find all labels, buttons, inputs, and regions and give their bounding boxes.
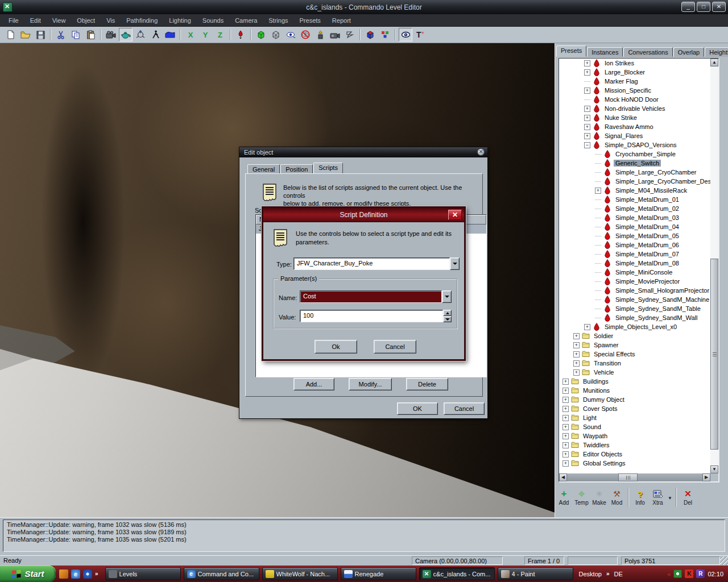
task-renegade[interactable]: Renegade	[341, 567, 416, 580]
menu-report[interactable]: Report	[327, 15, 356, 26]
tree-item-label[interactable]: Cryochamber_Simple	[614, 151, 677, 157]
orbit-button[interactable]	[134, 28, 147, 41]
tree-item-label[interactable]: Simple_M04_MissileRack	[614, 187, 689, 194]
tree-item[interactable]: Mock HoNOD Door	[559, 95, 710, 104]
tree-item[interactable]: +Light	[559, 413, 710, 422]
expand-icon[interactable]: +	[562, 406, 569, 412]
expand-icon[interactable]: +	[584, 60, 590, 66]
tree-item-label[interactable]: Transition	[592, 360, 623, 367]
camera-2-button[interactable]	[328, 28, 342, 41]
mod-preset-button[interactable]: ⚒Mod	[608, 486, 626, 509]
scroll-right-icon[interactable]: ▶	[702, 473, 710, 481]
tree-item[interactable]: +Editor Objects	[559, 450, 710, 459]
hide-eye-button[interactable]	[299, 28, 312, 41]
tree-item-label[interactable]: Munitions	[581, 387, 611, 394]
tree-item[interactable]: +Munitions	[559, 386, 710, 395]
temp-preset-button[interactable]: ❖Temp	[573, 486, 590, 509]
tree-item-label[interactable]: Twiddlers	[581, 442, 611, 448]
menu-strings[interactable]: Strings	[263, 15, 293, 26]
tree-item[interactable]: Marker Flag	[559, 77, 710, 86]
tree-item-label[interactable]: Signal_Flares	[603, 132, 644, 139]
value-input[interactable]: 100	[300, 310, 443, 322]
tree-item-label[interactable]: Simple_MetalDrum_08	[614, 260, 681, 267]
tree-item[interactable]: Simple_MetalDrum_02	[559, 204, 710, 213]
eye-toggle-button[interactable]	[399, 28, 412, 41]
axis-y-button[interactable]: Y	[198, 28, 212, 41]
expand-icon[interactable]: +	[584, 133, 590, 139]
close-dialog-icon[interactable]: ✕	[448, 210, 462, 220]
expand-icon[interactable]: +	[562, 424, 569, 430]
tree-item-label[interactable]: Simple_MetalDrum_04	[614, 223, 681, 230]
value-field[interactable]: 100	[300, 310, 452, 322]
name-dropdown-icon[interactable]	[442, 290, 452, 303]
eye-tray-icon[interactable]	[673, 569, 682, 578]
expand-icon[interactable]: +	[573, 342, 580, 348]
antivirus-tray-icon[interactable]: K	[685, 569, 693, 578]
tree-item[interactable]: +Soldier	[559, 331, 710, 340]
tab-conversations[interactable]: Conversations	[623, 47, 672, 57]
modify-script-button[interactable]: Modify...	[349, 378, 392, 390]
quick-launch-chevron-icon[interactable]: »	[95, 571, 98, 577]
xtra-preset-button[interactable]: Xtra	[649, 486, 667, 509]
menu-camera[interactable]: Camera	[230, 15, 262, 26]
drop-marker-button[interactable]	[234, 28, 247, 41]
tree-item[interactable]: +Sound	[559, 422, 710, 431]
desktop-toolbar-label[interactable]: Desktop	[579, 571, 602, 577]
expand-icon[interactable]: +	[573, 351, 580, 357]
minimize-button[interactable]: _	[681, 2, 695, 12]
tree-item[interactable]: +Raveshaw Ammo	[559, 122, 710, 131]
terrain-button[interactable]	[163, 28, 177, 41]
messenger-tray-icon[interactable]: R	[696, 569, 705, 578]
expand-icon[interactable]: +	[584, 324, 590, 330]
tree-item-label[interactable]: Nuke Strike	[603, 114, 639, 121]
tree-item[interactable]: +Cover Spots	[559, 404, 710, 413]
tree-item[interactable]: Simple_MetalDrum_06	[559, 240, 710, 250]
tree-item[interactable]: +Spawner	[559, 340, 710, 350]
new-file-button[interactable]	[4, 28, 18, 41]
menu-sounds[interactable]: Sounds	[197, 15, 229, 26]
tree-item-label[interactable]: Simple_DSAPO_Versions	[603, 142, 679, 148]
tree-item-label[interactable]: Simple_Sydney_SandM_Machine	[614, 296, 710, 303]
walk-mode-button[interactable]	[148, 28, 162, 41]
menu-vis[interactable]: Vis	[101, 15, 120, 26]
movie-camera-button[interactable]	[104, 28, 118, 41]
tree-item[interactable]: +Buildings	[559, 377, 710, 386]
tree-item-label[interactable]: Ion Strikes	[603, 60, 636, 66]
save-button[interactable]	[34, 28, 47, 41]
tree-item[interactable]: Simple_MetalDrum_05	[559, 231, 710, 240]
menu-lighting[interactable]: Lighting	[164, 15, 196, 26]
tree-item-label[interactable]: Simple_Sydney_SandM_Wall	[614, 314, 700, 321]
tree-item-label[interactable]: Simple_Large_CryoChamber_Destr	[614, 178, 710, 185]
scroll-left-icon[interactable]: ◀	[559, 473, 567, 481]
tree-item-label[interactable]: Simple_MetalDrum_01	[614, 196, 681, 203]
spin-down-icon[interactable]	[443, 316, 452, 322]
tree-item[interactable]: +Large_Blocker	[559, 68, 710, 77]
xtra-dropdown-icon[interactable]: ▼	[667, 486, 673, 509]
type-dropdown-icon[interactable]	[450, 257, 460, 270]
expand-icon[interactable]: +	[584, 115, 590, 121]
ie-icon[interactable]: e	[71, 569, 80, 579]
tab-instances[interactable]: Instances	[587, 47, 623, 57]
task-whitewolf-nach-[interactable]: WhiteWolf - Nach...	[262, 567, 338, 580]
cube-wire-button[interactable]	[269, 28, 283, 41]
dialog-shade-icon[interactable]: ✕	[477, 148, 485, 156]
tree-item-label[interactable]: Dummy Object	[581, 396, 626, 403]
tab-presets[interactable]: Presets	[556, 45, 586, 57]
scroll-up-icon[interactable]: ▲	[710, 59, 718, 66]
polygon-button[interactable]	[343, 28, 357, 41]
cut-button[interactable]	[54, 28, 68, 41]
start-button[interactable]: Start	[0, 566, 56, 582]
axis-x-button[interactable]: X	[184, 28, 197, 41]
tree-item[interactable]: Simple_Sydney_SandM_Wall	[559, 313, 710, 322]
tree-item-label[interactable]: Raveshaw Ammo	[603, 123, 655, 130]
tree-item[interactable]: Simple_Sydney_SandM_Table	[559, 304, 710, 313]
tree-item-label[interactable]: Cover Spots	[581, 405, 619, 412]
tree-item[interactable]: Generic_Switch	[559, 159, 710, 168]
expand-icon[interactable]: +	[562, 397, 569, 403]
menu-edit[interactable]: Edit	[25, 15, 46, 26]
tree-item[interactable]: +Simple_Objects_Level_x0	[559, 322, 710, 331]
expand-icon[interactable]: +	[562, 442, 569, 448]
spin-up-icon[interactable]	[443, 310, 452, 316]
expand-icon[interactable]: +	[584, 88, 590, 94]
tree-item-label[interactable]: Mission_Specific	[603, 87, 653, 94]
